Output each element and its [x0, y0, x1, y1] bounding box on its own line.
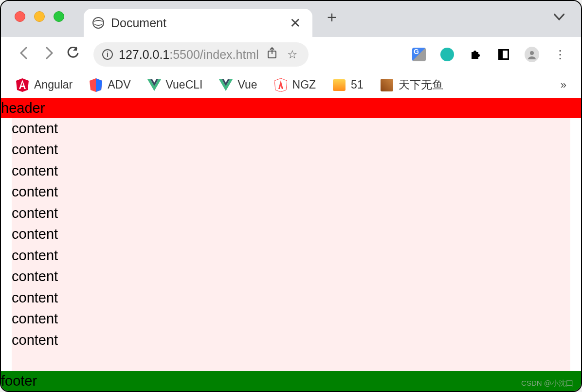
content-line: content	[12, 181, 570, 203]
51-icon	[332, 78, 346, 92]
close-window-button[interactable]	[15, 11, 25, 22]
bookmarks-overflow-button[interactable]: »	[561, 79, 566, 91]
new-tab-button[interactable]: +	[327, 8, 337, 27]
toolbar: i 127.0.0.1:5500/index.html ☆ ⋮	[1, 37, 581, 72]
maximize-window-button[interactable]	[54, 11, 64, 22]
globe-icon	[92, 17, 104, 29]
bookmark-label: Vue	[237, 78, 257, 91]
menu-button[interactable]: ⋮	[553, 47, 567, 62]
toolbar-right: ⋮	[412, 47, 567, 62]
url-port: :5500	[169, 48, 200, 61]
bookmark-vue[interactable]: Vue	[219, 78, 257, 92]
panel-toggle-icon[interactable]	[496, 47, 511, 62]
fish-icon	[380, 78, 394, 92]
titlebar: Document ✕ +	[1, 1, 581, 37]
content-line: content	[12, 287, 570, 309]
bookmark-label: VueCLI	[166, 78, 203, 91]
ngz-icon	[274, 78, 288, 92]
content-line: content	[12, 118, 570, 140]
bookmark-star-icon[interactable]: ☆	[285, 48, 300, 61]
reload-button[interactable]	[63, 47, 83, 63]
bookmark-ngz[interactable]: NGZ	[274, 78, 316, 92]
vue-icon	[219, 78, 233, 92]
bookmark-label: Angular	[34, 78, 73, 91]
page-content: content content content content content …	[12, 118, 570, 391]
profile-avatar-button[interactable]	[525, 47, 539, 62]
page-viewport: header content content content content c…	[1, 98, 581, 391]
bookmark-vuecli[interactable]: VueCLI	[147, 78, 203, 92]
site-info-icon[interactable]: i	[102, 49, 113, 60]
content-line: content	[12, 160, 570, 182]
bookmark-label: ADV	[108, 78, 130, 91]
svg-point-1	[530, 51, 534, 55]
bookmark-51[interactable]: 51	[332, 78, 364, 92]
angular-icon	[16, 78, 29, 92]
tab-title: Document	[111, 16, 287, 30]
bookmarks-bar: Angular ADV VueCLI Vue NGZ	[1, 72, 581, 98]
watermark: CSDN @小沈曰	[521, 379, 573, 388]
adv-icon	[89, 78, 103, 92]
content-line: content	[12, 139, 570, 160]
window-controls	[15, 11, 64, 22]
content-line: content	[12, 245, 570, 267]
url-host: 127.0.0.1	[119, 48, 169, 61]
browser-window: Document ✕ + i 127.0.0.1:5500/index.html…	[0, 0, 582, 392]
page-footer: footer	[1, 371, 581, 391]
browser-tab[interactable]: Document ✕	[84, 9, 312, 37]
forward-button[interactable]	[39, 46, 58, 63]
share-icon[interactable]	[265, 47, 279, 62]
minimize-window-button[interactable]	[34, 11, 45, 22]
extensions-button[interactable]	[468, 47, 483, 62]
bookmark-label: NGZ	[292, 78, 316, 91]
extension-teal-icon[interactable]	[440, 47, 455, 62]
address-bar[interactable]: i 127.0.0.1:5500/index.html ☆	[93, 42, 309, 67]
content-line: content	[12, 224, 570, 245]
bookmark-angular[interactable]: Angular	[16, 78, 73, 92]
google-translate-extension-icon[interactable]	[412, 47, 426, 62]
url-path: /index.html	[200, 48, 259, 61]
content-line: content	[12, 308, 570, 330]
close-tab-button[interactable]: ✕	[287, 15, 304, 31]
tabs-dropdown-button[interactable]	[554, 11, 564, 23]
page-header: header	[1, 98, 581, 118]
content-line: content	[12, 203, 570, 224]
back-button[interactable]	[15, 46, 34, 63]
bookmark-fish[interactable]: 天下无鱼	[380, 77, 443, 92]
content-line: content	[12, 330, 570, 351]
url-text: 127.0.0.1:5500/index.html	[119, 48, 259, 62]
vuecli-icon	[147, 78, 161, 92]
content-line: content	[12, 266, 570, 287]
bookmark-label: 天下无鱼	[399, 77, 443, 92]
bookmark-label: 51	[351, 78, 364, 91]
bookmark-adv[interactable]: ADV	[89, 78, 130, 92]
